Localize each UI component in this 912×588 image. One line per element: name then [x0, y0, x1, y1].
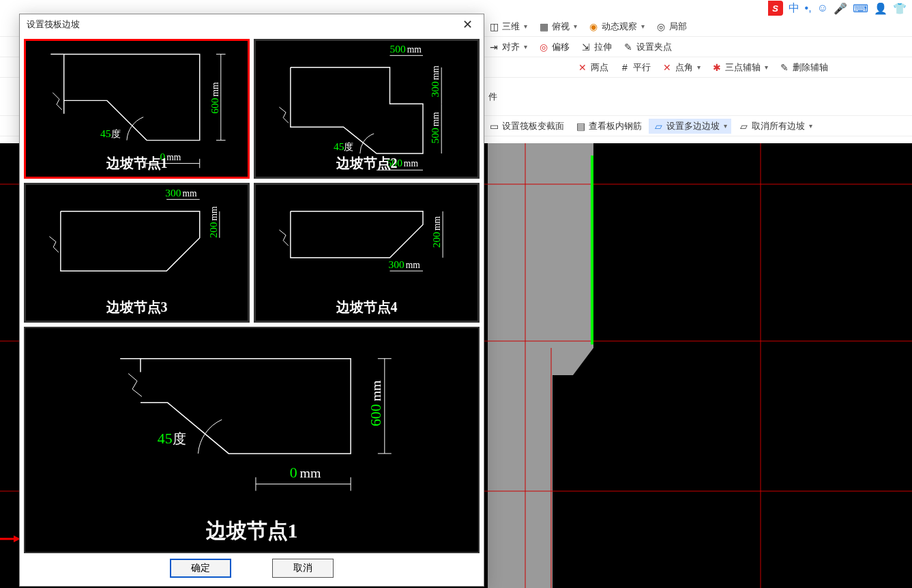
ime-emoji-icon[interactable]: ☺	[817, 2, 828, 14]
ime-keyboard-icon[interactable]: ⌨	[853, 2, 868, 15]
btn-two-point-label: 两点	[591, 61, 608, 74]
btn-view-rebar[interactable]: ▤ 查看板内钢筋	[571, 119, 646, 134]
btn-3d-label: 三维	[502, 20, 520, 33]
ime-punct[interactable]: •,	[805, 2, 812, 14]
slope-option-2[interactable]: 45度 500mm 600mm 300mm 500mm 边坡节点2	[254, 39, 480, 179]
offset-icon: ◎	[538, 42, 549, 53]
btn-offset-label: 偏移	[552, 41, 570, 53]
svg-text:300mm: 300mm	[165, 187, 197, 199]
btn-delete-axis[interactable]: ✎ 删除辅轴	[775, 60, 832, 75]
dialog-body: 45度 0mm 600mm 边坡节点1	[20, 35, 484, 557]
ime-bar: S 中 •, ☺ 🎤 ⌨ 👤 👕	[763, 0, 912, 16]
btn-align[interactable]: ⇥ 对齐	[484, 40, 531, 55]
preview-caption: 边坡节点1	[25, 517, 478, 545]
btn-stretch[interactable]: ⇲ 拉伸	[576, 40, 616, 55]
svg-text:300mm: 300mm	[429, 65, 441, 98]
btn-cancel-all-slope-label: 取消所有边坡	[752, 120, 805, 132]
dialog-close-button[interactable]: ✕	[458, 15, 477, 34]
btn-delete-axis-label: 删除辅轴	[793, 61, 828, 74]
btn-multi-slope[interactable]: ▱ 设置多边边坡	[649, 119, 731, 134]
btn-parallel-label: 平行	[633, 61, 651, 74]
btn-unit[interactable]: 件	[484, 89, 501, 104]
local-view-icon: ◎	[656, 21, 666, 32]
btn-cancel-all-slope[interactable]: ▱ 取消所有边坡	[734, 119, 817, 134]
slope-option-3[interactable]: 300mm 200mm 边坡节点3	[24, 183, 250, 323]
btn-set-raft-section-label: 设置筏板变截面	[502, 120, 564, 132]
btn-align-label: 对齐	[502, 41, 520, 53]
btn-top-view-label: 俯视	[552, 20, 570, 33]
ime-logo-icon: S	[768, 1, 783, 16]
svg-marker-0	[488, 143, 593, 588]
btn-top-view[interactable]: ▦ 俯视	[534, 19, 581, 34]
raft-section-icon: ▭	[488, 121, 499, 132]
ime-lang[interactable]: 中	[789, 1, 799, 16]
two-point-icon: ✕	[577, 62, 588, 73]
orbit-icon: ◉	[588, 21, 599, 32]
btn-dynamic-view[interactable]: ◉ 动态观察	[584, 19, 649, 34]
btn-two-point[interactable]: ✕ 两点	[573, 60, 613, 75]
dialog-footer: 确定 取消	[20, 557, 484, 586]
align-icon: ⇥	[488, 42, 499, 53]
btn-three-point-axis[interactable]: ✱ 三点辅轴	[707, 60, 772, 75]
slope-option-3-caption: 边坡节点3	[26, 298, 248, 317]
point-angle-icon: ✕	[662, 62, 673, 73]
svg-text:0mm: 0mm	[290, 465, 321, 481]
svg-text:500mm: 500mm	[429, 112, 441, 144]
svg-text:300mm: 300mm	[389, 259, 421, 270]
svg-text:45度: 45度	[334, 141, 354, 152]
btn-multi-slope-label: 设置多边边坡	[666, 120, 720, 132]
cube-3d-icon: ◫	[488, 21, 499, 32]
svg-text:500mm: 500mm	[389, 43, 422, 55]
btn-point-angle[interactable]: ✕ 点角	[658, 60, 705, 75]
svg-text:45度: 45度	[100, 128, 121, 139]
slope-option-grid: 45度 0mm 600mm 边坡节点1	[24, 39, 480, 323]
multi-slope-icon: ▱	[653, 121, 664, 132]
slope-option-4[interactable]: 300mm 200mm 边坡节点4	[254, 183, 480, 323]
parallel-icon: #	[619, 62, 630, 73]
top-view-icon: ▦	[538, 21, 549, 32]
btn-offset[interactable]: ◎ 偏移	[534, 40, 574, 55]
dialog-title: 设置筏板边坡	[27, 18, 80, 31]
btn-local-label: 局部	[669, 20, 687, 33]
ime-skin-icon[interactable]: 👕	[893, 2, 907, 15]
slope-preview: 45度 0mm 600mm 边坡节点1	[24, 327, 480, 553]
btn-dynamic-view-label: 动态观察	[602, 20, 637, 33]
svg-text:600mm: 600mm	[209, 82, 220, 114]
slope-option-1[interactable]: 45度 0mm 600mm 边坡节点1	[24, 39, 250, 179]
btn-set-raft-section[interactable]: ▭ 设置筏板变截面	[484, 119, 568, 134]
dialog-titlebar[interactable]: 设置筏板边坡 ✕	[20, 14, 484, 35]
btn-view-rebar-label: 查看板内钢筋	[589, 120, 642, 132]
btn-stretch-label: 拉伸	[594, 41, 612, 53]
ok-button[interactable]: 确定	[170, 559, 231, 578]
btn-unit-label: 件	[488, 91, 497, 103]
ime-voice-icon[interactable]: 🎤	[834, 2, 847, 15]
btn-grip[interactable]: ✎ 设置夹点	[619, 40, 676, 55]
btn-local-view[interactable]: ◎ 局部	[651, 19, 691, 34]
slope-option-2-caption: 边坡节点2	[256, 154, 477, 173]
rebar-icon: ▤	[575, 121, 586, 132]
btn-grip-label: 设置夹点	[636, 41, 672, 53]
btn-three-point-axis-label: 三点辅轴	[725, 61, 761, 74]
svg-text:45度: 45度	[158, 430, 186, 447]
three-point-axis-icon: ✱	[711, 62, 722, 73]
btn-point-angle-label: 点角	[675, 61, 693, 74]
btn-3d-view[interactable]: ◫ 三维	[484, 19, 531, 34]
svg-text:600mm: 600mm	[368, 380, 384, 426]
svg-text:200mm: 200mm	[207, 206, 219, 238]
ime-user-icon[interactable]: 👤	[874, 2, 887, 15]
svg-text:200mm: 200mm	[430, 216, 442, 248]
slope-settings-dialog: 设置筏板边坡 ✕ 45度 0mm	[19, 14, 484, 587]
grip-icon: ✎	[623, 42, 634, 53]
slope-option-4-caption: 边坡节点4	[256, 298, 477, 317]
cancel-slope-icon: ▱	[738, 121, 749, 132]
delete-axis-icon: ✎	[779, 62, 790, 73]
stretch-icon: ⇲	[580, 42, 591, 53]
btn-parallel[interactable]: # 平行	[615, 60, 655, 75]
cancel-button[interactable]: 取消	[272, 559, 334, 578]
slope-option-1-caption: 边坡节点1	[26, 154, 248, 173]
